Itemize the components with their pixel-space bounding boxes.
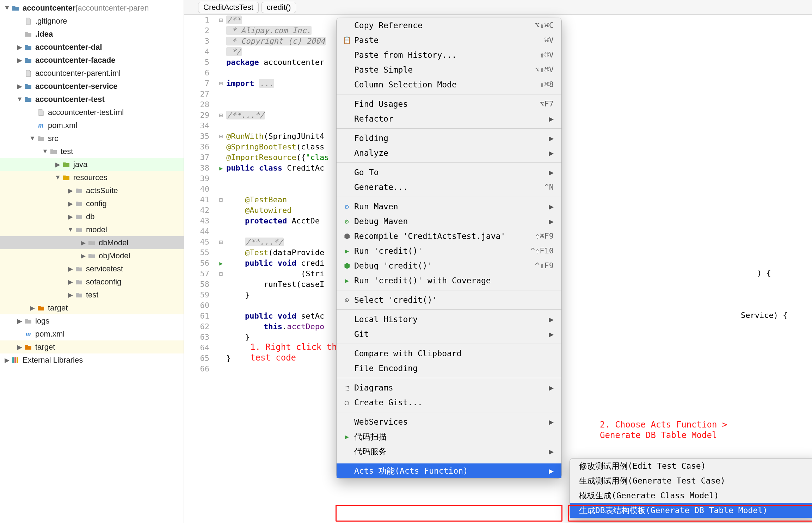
chevron-down-icon[interactable]: ▼: [29, 135, 36, 142]
submenu-item--edit-test-case-[interactable]: 修改测试用例(Edit Test Case): [570, 459, 812, 473]
chevron-right-icon[interactable]: ▶: [16, 344, 23, 351]
menu-item-compare-with-clipboard[interactable]: Compare with Clipboard: [337, 346, 561, 361]
chevron-right-icon[interactable]: ▶: [80, 252, 87, 259]
menu-item-select-credit-[interactable]: ⊙Select 'credit()': [337, 293, 561, 307]
menu-item-analyze[interactable]: Analyze▶: [337, 146, 561, 160]
menu-item-folding[interactable]: Folding▶: [337, 131, 561, 146]
menu-item-go-to[interactable]: Go To▶: [337, 165, 561, 180]
menu-item-debug-credit-[interactable]: ⬢Debug 'credit()'^⇧F9: [337, 258, 561, 273]
tree-item-test[interactable]: ▶test: [0, 288, 184, 301]
menu-item-column-selection-mode[interactable]: Column Selection Mode⇧⌘8: [337, 77, 561, 92]
tree-item-target[interactable]: ▶target: [0, 301, 184, 314]
tree-item-actssuite[interactable]: ▶actsSuite: [0, 184, 184, 197]
menu-item-diagrams[interactable]: ⬚Diagrams▶: [337, 380, 561, 395]
menu-item-paste-from-history-[interactable]: Paste from History...⇧⌘V: [337, 48, 561, 62]
chevron-right-icon[interactable]: ▶: [16, 57, 23, 64]
chevron-right-icon[interactable]: ▶: [16, 44, 23, 51]
breadcrumb-class[interactable]: CreditActsTest: [198, 2, 259, 13]
chevron-right-icon[interactable]: ▶: [67, 200, 74, 207]
src-green-icon: [61, 160, 71, 170]
tree-item-objmodel[interactable]: ▶objModel: [0, 249, 184, 262]
chevron-right-icon[interactable]: ▶: [67, 278, 74, 285]
tree-item-config[interactable]: ▶config: [0, 197, 184, 210]
menu-item-git[interactable]: Git▶: [337, 327, 561, 342]
tree-item-accountcenter-test[interactable]: ▼accountcenter-test: [0, 93, 184, 106]
chevron-right-icon[interactable]: ▶: [67, 265, 74, 272]
chevron-right-icon[interactable]: ▶: [16, 83, 23, 90]
fold-gutter[interactable]: ⊟: [216, 131, 226, 142]
fold-gutter[interactable]: ⊞: [216, 78, 226, 89]
tree-item-accountcenter-service[interactable]: ▶accountcenter-service: [0, 80, 184, 93]
chevron-down-icon[interactable]: ▼: [54, 174, 61, 181]
menu-item-local-history[interactable]: Local History▶: [337, 312, 561, 327]
menu-item-debug-maven[interactable]: ⚙Debug Maven▶: [337, 214, 561, 229]
tree-item-servicetest[interactable]: ▶servicetest: [0, 262, 184, 275]
tree-item-db[interactable]: ▶db: [0, 210, 184, 223]
tree-item-sofaconfig[interactable]: ▶sofaconfig: [0, 275, 184, 288]
tree-item-accountcenter-facade[interactable]: ▶accountcenter-facade: [0, 54, 184, 67]
menu-item-run-credit-[interactable]: ▶Run 'credit()'^⇧F10: [337, 244, 561, 258]
chevron-right-icon[interactable]: ▶: [16, 318, 23, 325]
tree-item-logs[interactable]: ▶logs: [0, 314, 184, 327]
line-number: 55: [184, 247, 216, 258]
tree-item-accountcenter-test-iml[interactable]: ▶accountcenter-test.iml: [0, 106, 184, 119]
submenu-item--generate-test-case-[interactable]: 生成测试用例(Generate Test Case): [570, 473, 812, 488]
menu-item-refactor[interactable]: Refactor▶: [337, 111, 561, 126]
chevron-down-icon[interactable]: ▼: [42, 148, 49, 155]
chevron-down-icon[interactable]: ▼: [67, 226, 74, 233]
tree-item-model[interactable]: ▼model: [0, 223, 184, 236]
menu-item-recompile-creditactstest-java-[interactable]: ⬢Recompile 'CreditActsTest.java'⇧⌘F9: [337, 229, 561, 244]
chevron-down-icon[interactable]: ▼: [16, 96, 23, 103]
submenu-item--generate-class-model-[interactable]: 模板生成(Generate Class Model): [570, 488, 812, 503]
fold-gutter[interactable]: ⊟: [216, 195, 226, 205]
run-gutter-icon[interactable]: ▶: [216, 258, 226, 269]
tree-item-src[interactable]: ▼src: [0, 132, 184, 145]
chevron-right-icon[interactable]: ▶: [80, 239, 87, 246]
tree-item--gitignore[interactable]: ▶.gitignore: [0, 14, 184, 27]
tree-item-resources[interactable]: ▼resources: [0, 171, 184, 184]
tree-item-target[interactable]: ▶target: [0, 340, 184, 353]
chevron-right-icon[interactable]: ▶: [67, 187, 74, 194]
tree-item-dbmodel[interactable]: ▶dbModel: [0, 236, 184, 249]
fold-gutter[interactable]: ⊞: [216, 110, 226, 121]
menu-item--[interactable]: 代码服务▶: [337, 444, 561, 459]
tree-item-accountcenter[interactable]: ▼accountcenter [accountcenter-paren: [0, 1, 184, 14]
fold-gutter[interactable]: ⊟: [216, 15, 226, 25]
tree-item-accountcenter-parent-iml[interactable]: ▶accountcenter-parent.iml: [0, 67, 184, 80]
menu-item--[interactable]: ▶代码扫描: [337, 429, 561, 444]
menu-item-acts-acts-function-[interactable]: Acts 功能(Acts Function)▶: [337, 463, 561, 478]
menu-item-run-maven[interactable]: ⚙Run Maven▶: [337, 199, 561, 214]
chevron-right-icon[interactable]: ▶: [4, 357, 11, 364]
chevron-right-icon[interactable]: ▶: [29, 304, 36, 312]
chevron-right-icon[interactable]: ▶: [67, 213, 74, 220]
menu-item-generate-[interactable]: Generate...^N: [337, 180, 561, 195]
tree-item--idea[interactable]: ▶.idea: [0, 27, 184, 41]
chevron-right-icon[interactable]: ▶: [54, 161, 61, 168]
menu-item-webservices[interactable]: WebServices▶: [337, 414, 561, 429]
menu-item-file-encoding[interactable]: File Encoding: [337, 361, 561, 376]
menu-item-create-gist-[interactable]: ◯Create Gist...: [337, 395, 561, 410]
submenu-item--db-generate-db-table-model-[interactable]: 生成DB表结构模板(Generate DB Table Model): [570, 503, 812, 518]
chevron-right-icon[interactable]: ▶: [67, 291, 74, 299]
tree-item-accountcenter-dal[interactable]: ▶accountcenter-dal: [0, 41, 184, 54]
breadcrumb-method[interactable]: credit(): [262, 2, 296, 13]
menu-item-label: Go To: [354, 167, 542, 178]
tree-item-test[interactable]: ▼test: [0, 145, 184, 158]
tree-item-pom-xml[interactable]: ▶mpom.xml: [0, 327, 184, 340]
menu-item-copy-reference[interactable]: Copy Reference⌥⇧⌘C: [337, 18, 561, 33]
run-gutter-icon[interactable]: ▶: [216, 163, 226, 174]
menu-item-icon: ◯: [342, 397, 352, 408]
chevron-down-icon[interactable]: ▼: [4, 5, 11, 12]
fold-gutter[interactable]: ⊞: [216, 237, 226, 247]
menu-item-run-credit-with-coverage[interactable]: ▶Run 'credit()' with Coverage: [337, 273, 561, 288]
tree-item-external-libraries[interactable]: ▶External Libraries: [0, 353, 184, 367]
menu-item-find-usages[interactable]: Find Usages⌥F7: [337, 97, 561, 111]
annotation-text-2: 2. Choose Acts Function > Generate DB Ta…: [600, 419, 727, 441]
menu-item-paste[interactable]: 📋Paste⌘V: [337, 33, 561, 48]
fold-gutter[interactable]: ⊟: [216, 269, 226, 279]
code-text: @ImportResource({"clas: [226, 152, 329, 163]
tree-item-pom-xml[interactable]: ▶mpom.xml: [0, 119, 184, 132]
tree-item-java[interactable]: ▶java: [0, 158, 184, 171]
code-editor[interactable]: 1⊟/**2 * Alipay.com Inc.3 * Copyright (c…: [184, 15, 812, 523]
menu-item-paste-simple[interactable]: Paste Simple⌥⇧⌘V: [337, 62, 561, 77]
